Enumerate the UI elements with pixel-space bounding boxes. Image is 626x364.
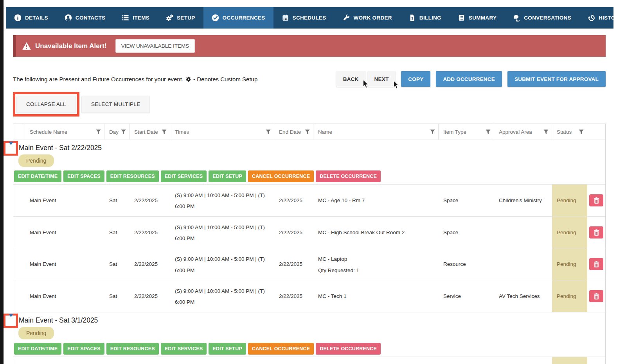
delete-occurrence-button[interactable]: DELETE OCCURRENCE: [316, 343, 381, 355]
filter-icon[interactable]: [543, 129, 549, 134]
filter-icon[interactable]: [266, 129, 271, 134]
filter-icon[interactable]: [430, 129, 435, 134]
cell-name: MC - High School Break Out Room 2: [313, 216, 439, 248]
tab-setup[interactable]: SETUP: [158, 7, 203, 29]
tab-contacts[interactable]: CONTACTS: [56, 7, 113, 29]
cell-approval-area: [494, 248, 552, 280]
header-end-date: End Date: [274, 124, 313, 140]
copy-button[interactable]: COPY: [401, 71, 430, 87]
alert-title: Unavailable Item Alert!: [35, 42, 107, 50]
tab-details[interactable]: DETAILS: [6, 7, 56, 29]
group-actions-row: EDIT DATE/TIME EDIT SPACES EDIT RESOURCE…: [13, 170, 605, 184]
edit-setup-button[interactable]: EDIT SETUP: [209, 170, 246, 182]
cell-times: (S) 9:00 AM | 10:00 AM - 5:00 PM | (T)6:…: [170, 248, 274, 280]
tab-history[interactable]: HISTORY: [579, 7, 626, 29]
tab-label: HISTORY: [599, 15, 622, 21]
edit-date-time-button[interactable]: EDIT DATE/TIME: [14, 170, 61, 182]
tab-label: WORK ORDER: [354, 15, 392, 21]
cell-status: Pending: [552, 357, 587, 364]
cell-day: Sat: [104, 184, 130, 216]
delete-row-button[interactable]: [589, 258, 603, 270]
cell-name: MC - Age 10 - Rm 7: [313, 357, 439, 364]
tab-label: SETUP: [177, 15, 195, 21]
document-icon: [458, 14, 465, 22]
tab-billing[interactable]: $ BILLING: [400, 7, 450, 29]
filter-icon[interactable]: [579, 129, 584, 134]
cell-start-date: 2/22/2025: [130, 216, 170, 248]
tab-occurrences[interactable]: OCCURRENCES: [203, 7, 273, 29]
header-start-date: Start Date: [130, 124, 170, 140]
cell-expander: [13, 216, 25, 248]
header-expander-column: [13, 124, 25, 140]
cell-delete: [587, 357, 605, 364]
tab-label: BILLING: [419, 15, 441, 21]
table-row: Main Event Sat 2/22/2025 (S) 9:00 AM | 1…: [13, 184, 605, 216]
cell-end-date: 3/1/2025: [274, 357, 313, 364]
cell-item-type: Service: [439, 280, 494, 312]
window-left-edge: [0, 0, 4, 364]
tab-work-order[interactable]: WORK ORDER: [335, 7, 400, 29]
back-button[interactable]: BACK: [336, 71, 366, 87]
cell-approval-area: Children's Ministry: [494, 184, 552, 216]
cell-approval-area: [494, 216, 552, 248]
invoice-icon: $: [408, 14, 416, 22]
cell-start-date: 2/22/2025: [130, 248, 170, 280]
filter-icon[interactable]: [121, 129, 126, 134]
expander-highlight: [4, 314, 18, 328]
delete-occurrence-button[interactable]: DELETE OCCURRENCE: [316, 170, 381, 182]
cancel-occurrence-button[interactable]: CANCEL OCCURRENCE: [248, 170, 314, 182]
delete-row-button[interactable]: [589, 226, 603, 238]
filter-icon[interactable]: [305, 129, 310, 134]
tab-summary[interactable]: SUMMARY: [450, 7, 505, 29]
edit-date-time-button[interactable]: EDIT DATE/TIME: [14, 343, 61, 355]
tab-schedules[interactable]: SCHEDULES: [273, 7, 335, 29]
tab-label: SCHEDULES: [293, 15, 326, 21]
cell-day: Sat: [104, 216, 130, 248]
occurrences-description: The following are Present and Future Occ…: [13, 76, 257, 82]
edit-services-button[interactable]: EDIT SERVICES: [161, 343, 207, 355]
edit-spaces-button[interactable]: EDIT SPACES: [63, 343, 104, 355]
delete-row-button[interactable]: [589, 194, 603, 206]
tab-items[interactable]: ITEMS: [113, 7, 158, 29]
filter-icon[interactable]: [486, 129, 491, 134]
filter-icon[interactable]: [96, 129, 101, 134]
cell-schedule: Main Event: [25, 248, 104, 280]
cell-times: (S) 9:00 AM | 10:00 AM - 5:00 PM | (T)6:…: [170, 280, 274, 312]
filter-icon[interactable]: [162, 129, 167, 134]
page: DETAILS CONTACTS ITEMS SETUP OCCURRENCES…: [6, 7, 613, 364]
occurrences-table: Schedule Name Day Start Date Times End D…: [13, 124, 606, 364]
header-day: Day: [104, 124, 130, 140]
cell-name: MC - Tech 1: [313, 280, 439, 312]
edit-spaces-button[interactable]: EDIT SPACES: [63, 170, 104, 182]
cell-end-date: 2/22/2025: [274, 248, 313, 280]
edit-resources-button[interactable]: EDIT RESOURCES: [106, 343, 159, 355]
tab-label: CONTACTS: [76, 15, 105, 21]
cancel-occurrence-button[interactable]: CANCEL OCCURRENCE: [248, 343, 314, 355]
tab-conversations[interactable]: CONVERSATIONS: [505, 7, 579, 29]
next-button[interactable]: NEXT: [367, 71, 396, 87]
triangle-down-icon: [9, 314, 13, 324]
group-header: Main Event - Sat 3/1/2025: [13, 312, 605, 326]
table-row: Main Event Sat 2/22/2025 (S) 9:00 AM | 1…: [13, 216, 605, 248]
delete-row-button[interactable]: [589, 290, 603, 302]
edit-services-button[interactable]: EDIT SERVICES: [161, 170, 207, 182]
cell-day: Sat: [104, 248, 130, 280]
view-unavailable-items-button[interactable]: VIEW UNAVAILABLE ITEMS: [115, 39, 195, 53]
select-multiple-button[interactable]: SELECT MULTIPLE: [82, 96, 150, 113]
tab-label: SUMMARY: [469, 15, 496, 21]
cell-end-date: 2/22/2025: [274, 280, 313, 312]
cell-status: Pending: [552, 280, 587, 312]
edit-resources-button[interactable]: EDIT RESOURCES: [106, 170, 159, 182]
cell-item-type: Resource: [439, 248, 494, 280]
group-title: Main Event - Sat 3/1/2025: [19, 316, 98, 324]
edit-setup-button[interactable]: EDIT SETUP: [209, 343, 246, 355]
header-times: Times: [170, 124, 274, 140]
collapse-all-button[interactable]: COLLAPSE ALL: [17, 96, 76, 113]
submit-event-for-approval-button[interactable]: SUBMIT EVENT FOR APPROVAL: [507, 71, 606, 87]
collapse-group-arrow[interactable]: [9, 145, 13, 152]
add-occurrence-button[interactable]: ADD OCCURRENCE: [436, 71, 502, 87]
collapse-group-arrow[interactable]: [9, 317, 13, 324]
cell-delete: [587, 184, 605, 216]
trash-icon: [594, 261, 599, 267]
cell-item-type: Space: [439, 357, 494, 364]
